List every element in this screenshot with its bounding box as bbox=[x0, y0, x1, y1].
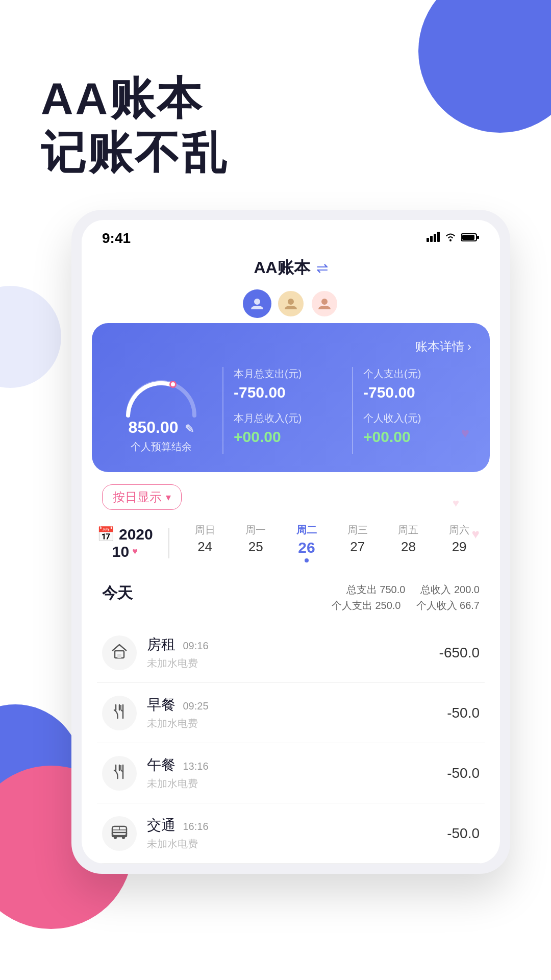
day-filter-label: 按日显示 bbox=[113, 489, 162, 505]
total-income-value: +00.00 bbox=[234, 428, 342, 446]
today-stats: 总支出 750.0 总收入 200.0 个人支出 250.0 bbox=[332, 583, 480, 612]
today-personal-income: 个人收入 66.7 bbox=[416, 599, 480, 612]
month-text: 10 bbox=[112, 543, 129, 560]
week-day-item[interactable]: 周日 24 bbox=[190, 523, 220, 562]
gauge-label: 个人预算结余 bbox=[131, 440, 192, 454]
year-text: 2020 bbox=[119, 526, 153, 543]
avatar-1[interactable] bbox=[277, 289, 305, 318]
app-header: AA账本 ⇌ bbox=[82, 252, 500, 289]
personal-expense-value: -750.00 bbox=[363, 384, 471, 401]
tx-amount: -50.0 bbox=[447, 705, 480, 721]
avatar-active[interactable] bbox=[243, 289, 271, 318]
hero-title-line1: AA账本 bbox=[41, 71, 510, 126]
transaction-item[interactable]: 交通 16:16 未加水电费 -50.0 bbox=[97, 803, 485, 864]
svg-point-4 bbox=[449, 239, 452, 241]
day-filter-button[interactable]: 按日显示 ▾ bbox=[102, 484, 182, 510]
summary-card: ♥ ♥ 账本详情 › bbox=[92, 323, 490, 472]
tx-sub: 未加水电费 bbox=[147, 717, 447, 730]
transaction-item[interactable]: 午餐 13:16 未加水电费 -50.0 bbox=[97, 743, 485, 803]
today-total-income: 总收入 200.0 bbox=[420, 583, 480, 597]
personal-expense-stat: 个人支出(元) -750.00 bbox=[363, 367, 471, 401]
tx-icon bbox=[110, 822, 129, 845]
svg-point-21 bbox=[114, 836, 117, 839]
phone-container: 9:41 bbox=[71, 210, 510, 874]
tx-name: 房租 bbox=[147, 636, 176, 652]
tx-info: 房租 09:16 未加水电费 bbox=[147, 635, 439, 670]
personal-income-label: 个人收入(元) bbox=[363, 411, 471, 425]
week-day-num: 25 bbox=[248, 539, 263, 555]
gauge-edit-icon: ✎ bbox=[185, 423, 194, 435]
deco-heart-2: ♥ bbox=[453, 497, 459, 510]
week-day-label: 周二 bbox=[296, 523, 317, 537]
month-heart-icon: ♥ bbox=[132, 546, 138, 557]
tx-name: 午餐 bbox=[147, 757, 176, 773]
signal-icon bbox=[427, 232, 440, 245]
svg-rect-6 bbox=[462, 235, 474, 240]
calendar-icon: 📅 bbox=[97, 526, 115, 543]
week-day-dot bbox=[305, 558, 309, 562]
personal-income-stat: 个人收入(元) +00.00 bbox=[363, 411, 471, 446]
phone-frame: 9:41 bbox=[71, 210, 510, 874]
today-section: 今天 总支出 750.0 总收入 200.0 bbox=[82, 573, 500, 618]
svg-point-10 bbox=[321, 299, 328, 305]
today-stat-row-1: 总支出 750.0 总收入 200.0 bbox=[346, 583, 480, 597]
week-day-label: 周三 bbox=[347, 523, 368, 537]
svg-rect-0 bbox=[427, 238, 429, 242]
gauge-value: 850.00 ✎ bbox=[129, 418, 194, 437]
today-stat-row-2: 个人支出 250.0 个人收入 66.7 bbox=[332, 599, 480, 612]
tx-sub: 未加水电费 bbox=[147, 837, 447, 851]
today-header: 今天 总支出 750.0 总收入 200.0 bbox=[102, 583, 480, 612]
week-day-label: 周一 bbox=[245, 523, 266, 537]
wifi-icon bbox=[444, 232, 457, 245]
hero-title-line2: 记账不乱 bbox=[41, 126, 510, 180]
svg-point-12 bbox=[171, 382, 175, 386]
status-icons bbox=[427, 232, 480, 245]
card-divider bbox=[222, 367, 223, 454]
svg-point-8 bbox=[254, 299, 260, 305]
tx-icon-wrap bbox=[102, 696, 137, 730]
tx-name: 交通 bbox=[147, 817, 176, 833]
avatars-row bbox=[82, 289, 500, 323]
tx-amount: -50.0 bbox=[447, 825, 480, 842]
svg-point-22 bbox=[122, 836, 125, 839]
deco-heart-3: ♥ bbox=[472, 526, 480, 542]
battery-icon bbox=[461, 232, 480, 245]
tx-sub: 未加水电费 bbox=[147, 656, 439, 670]
tx-sub: 未加水电费 bbox=[147, 777, 447, 791]
svg-rect-3 bbox=[437, 232, 440, 242]
today-personal-expense: 个人支出 250.0 bbox=[332, 599, 401, 612]
tx-icon bbox=[110, 762, 129, 785]
avatar-2[interactable] bbox=[310, 289, 339, 318]
tx-amount: -50.0 bbox=[447, 765, 480, 781]
card-divider-2 bbox=[352, 367, 353, 454]
date-block[interactable]: 📅 2020 10 ♥ bbox=[97, 526, 153, 560]
week-day-item[interactable]: 周六 29 bbox=[444, 523, 474, 562]
bg-circle-light-left bbox=[0, 286, 61, 388]
date-year-month: 📅 2020 bbox=[97, 526, 153, 543]
week-day-num: 26 bbox=[298, 539, 315, 556]
tx-time: 09:25 bbox=[183, 700, 208, 712]
tx-info: 早餐 09:25 未加水电费 bbox=[147, 695, 447, 730]
tx-icon-wrap bbox=[102, 756, 137, 791]
week-day-num: 28 bbox=[401, 539, 416, 555]
week-day-num: 24 bbox=[197, 539, 212, 555]
svg-point-9 bbox=[288, 299, 294, 305]
transaction-item[interactable]: 房租 09:16 未加水电费 -650.0 bbox=[97, 623, 485, 683]
transaction-item[interactable]: 早餐 09:25 未加水电费 -50.0 bbox=[97, 683, 485, 743]
transaction-list: 房租 09:16 未加水电费 -650.0 早餐 09:25 未加水电费 -50… bbox=[82, 618, 500, 864]
app-header-title: AA账本 bbox=[254, 257, 310, 279]
total-income-label: 本月总收入(元) bbox=[234, 411, 342, 425]
week-day-item[interactable]: 周一 25 bbox=[240, 523, 271, 562]
hero-section: AA账本 记账不乱 bbox=[0, 0, 551, 179]
week-day-item[interactable]: 周五 28 bbox=[393, 523, 423, 562]
total-expense-label: 本月总支出(元) bbox=[234, 367, 342, 381]
personal-expense-label: 个人支出(元) bbox=[363, 367, 471, 381]
tx-time: 16:16 bbox=[183, 821, 208, 832]
week-day-item[interactable]: 周三 27 bbox=[342, 523, 373, 562]
card-detail-link[interactable]: 账本详情 › bbox=[110, 338, 471, 355]
week-day-num: 27 bbox=[350, 539, 365, 555]
switch-icon[interactable]: ⇌ bbox=[316, 260, 328, 277]
svg-rect-20 bbox=[112, 832, 127, 837]
today-total-expense: 总支出 750.0 bbox=[346, 583, 406, 597]
week-day-item[interactable]: 周二 26 bbox=[291, 523, 322, 562]
